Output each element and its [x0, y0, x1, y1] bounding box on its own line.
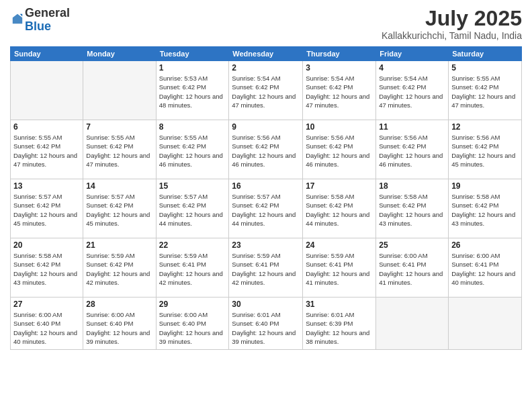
day-number: 7 — [86, 122, 152, 132]
day-info: Sunrise: 5:54 AM Sunset: 6:42 PM Dayligh… — [232, 74, 300, 109]
day-info: Sunrise: 5:59 AM Sunset: 6:42 PM Dayligh… — [86, 251, 152, 287]
table-row: 1Sunrise: 5:53 AM Sunset: 6:42 PM Daylig… — [156, 61, 229, 120]
day-number: 20 — [13, 240, 80, 250]
day-number: 29 — [159, 300, 226, 309]
col-wednesday: Wednesday — [229, 47, 303, 61]
day-info: Sunrise: 5:53 AM Sunset: 6:42 PM Dayligh… — [159, 74, 226, 109]
table-row: 26Sunrise: 6:00 AM Sunset: 6:41 PM Dayli… — [449, 238, 522, 298]
day-info: Sunrise: 6:00 AM Sunset: 6:40 PM Dayligh… — [159, 310, 226, 346]
day-info: Sunrise: 5:55 AM Sunset: 6:42 PM Dayligh… — [159, 133, 226, 169]
day-number: 9 — [232, 122, 300, 132]
day-number: 23 — [232, 240, 300, 250]
table-row: 6Sunrise: 5:55 AM Sunset: 6:42 PM Daylig… — [11, 120, 83, 179]
logo-text: General Blue — [25, 7, 70, 34]
table-row: 22Sunrise: 5:59 AM Sunset: 6:41 PM Dayli… — [156, 238, 229, 298]
table-row — [83, 61, 156, 120]
table-row: 9Sunrise: 5:56 AM Sunset: 6:42 PM Daylig… — [229, 120, 303, 179]
table-row: 30Sunrise: 6:01 AM Sunset: 6:40 PM Dayli… — [229, 298, 303, 350]
day-info: Sunrise: 5:55 AM Sunset: 6:42 PM Dayligh… — [86, 133, 152, 169]
subtitle: Kallakkurichchi, Tamil Nadu, India — [382, 30, 522, 41]
day-number: 18 — [379, 181, 445, 191]
logo-blue: Blue — [25, 19, 51, 33]
table-row: 31Sunrise: 6:01 AM Sunset: 6:39 PM Dayli… — [303, 298, 376, 350]
day-info: Sunrise: 5:56 AM Sunset: 6:42 PM Dayligh… — [451, 133, 519, 169]
table-row: 21Sunrise: 5:59 AM Sunset: 6:42 PM Dayli… — [83, 238, 156, 298]
day-info: Sunrise: 5:56 AM Sunset: 6:42 PM Dayligh… — [232, 133, 300, 169]
day-number: 15 — [159, 181, 226, 191]
table-row: 15Sunrise: 5:57 AM Sunset: 6:42 PM Dayli… — [156, 179, 229, 238]
table-row: 18Sunrise: 5:58 AM Sunset: 6:42 PM Dayli… — [376, 179, 449, 238]
table-row: 11Sunrise: 5:56 AM Sunset: 6:42 PM Dayli… — [376, 120, 449, 179]
table-row: 17Sunrise: 5:58 AM Sunset: 6:42 PM Dayli… — [303, 179, 376, 238]
table-row: 25Sunrise: 6:00 AM Sunset: 6:41 PM Dayli… — [376, 238, 449, 298]
logo: General Blue — [10, 7, 70, 34]
day-number: 1 — [159, 63, 226, 73]
day-number: 24 — [306, 240, 373, 250]
day-number: 14 — [86, 181, 152, 191]
day-number: 12 — [451, 122, 519, 132]
day-number: 28 — [86, 300, 152, 309]
day-info: Sunrise: 6:00 AM Sunset: 6:40 PM Dayligh… — [13, 310, 80, 346]
day-number: 4 — [379, 63, 445, 73]
day-info: Sunrise: 5:55 AM Sunset: 6:42 PM Dayligh… — [13, 133, 80, 169]
col-thursday: Thursday — [303, 47, 376, 61]
table-row: 10Sunrise: 5:56 AM Sunset: 6:42 PM Dayli… — [303, 120, 376, 179]
calendar-table: Sunday Monday Tuesday Wednesday Thursday… — [10, 46, 522, 350]
day-number: 27 — [13, 300, 80, 309]
day-number: 10 — [306, 122, 373, 132]
day-info: Sunrise: 6:00 AM Sunset: 6:41 PM Dayligh… — [451, 251, 519, 287]
col-monday: Monday — [83, 47, 156, 61]
col-saturday: Saturday — [449, 47, 522, 61]
table-row: 3Sunrise: 5:54 AM Sunset: 6:42 PM Daylig… — [303, 61, 376, 120]
day-info: Sunrise: 5:58 AM Sunset: 6:42 PM Dayligh… — [451, 192, 519, 228]
day-number: 22 — [159, 240, 226, 250]
table-row: 2Sunrise: 5:54 AM Sunset: 6:42 PM Daylig… — [229, 61, 303, 120]
table-row — [376, 298, 449, 350]
day-info: Sunrise: 5:58 AM Sunset: 6:42 PM Dayligh… — [306, 192, 373, 228]
day-info: Sunrise: 6:01 AM Sunset: 6:40 PM Dayligh… — [232, 310, 300, 346]
main-title: July 2025 — [382, 7, 522, 30]
day-number: 11 — [379, 122, 445, 132]
day-number: 13 — [13, 181, 80, 191]
day-info: Sunrise: 6:01 AM Sunset: 6:39 PM Dayligh… — [306, 310, 373, 346]
day-info: Sunrise: 5:54 AM Sunset: 6:42 PM Dayligh… — [379, 74, 445, 109]
day-info: Sunrise: 5:57 AM Sunset: 6:42 PM Dayligh… — [86, 192, 152, 228]
day-info: Sunrise: 5:54 AM Sunset: 6:42 PM Dayligh… — [306, 74, 373, 109]
table-row — [449, 298, 522, 350]
col-friday: Friday — [376, 47, 449, 61]
table-row: 24Sunrise: 5:59 AM Sunset: 6:41 PM Dayli… — [303, 238, 376, 298]
header: General Blue July 2025 Kallakkurichchi, … — [10, 7, 522, 41]
day-number: 2 — [232, 63, 300, 73]
table-row: 7Sunrise: 5:55 AM Sunset: 6:42 PM Daylig… — [83, 120, 156, 179]
day-number: 8 — [159, 122, 226, 132]
table-row: 5Sunrise: 5:55 AM Sunset: 6:42 PM Daylig… — [449, 61, 522, 120]
day-info: Sunrise: 5:56 AM Sunset: 6:42 PM Dayligh… — [379, 133, 445, 169]
day-info: Sunrise: 5:57 AM Sunset: 6:42 PM Dayligh… — [159, 192, 226, 228]
table-row: 13Sunrise: 5:57 AM Sunset: 6:42 PM Dayli… — [11, 179, 83, 238]
table-row: 14Sunrise: 5:57 AM Sunset: 6:42 PM Dayli… — [83, 179, 156, 238]
col-sunday: Sunday — [11, 47, 83, 61]
calendar-header-row: Sunday Monday Tuesday Wednesday Thursday… — [11, 47, 522, 61]
day-info: Sunrise: 5:57 AM Sunset: 6:42 PM Dayligh… — [232, 192, 300, 228]
day-info: Sunrise: 6:00 AM Sunset: 6:41 PM Dayligh… — [379, 251, 445, 287]
day-info: Sunrise: 5:59 AM Sunset: 6:41 PM Dayligh… — [159, 251, 226, 287]
day-info: Sunrise: 5:56 AM Sunset: 6:42 PM Dayligh… — [306, 133, 373, 169]
day-number: 17 — [306, 181, 373, 191]
logo-icon — [11, 13, 24, 25]
table-row: 29Sunrise: 6:00 AM Sunset: 6:40 PM Dayli… — [156, 298, 229, 350]
table-row: 12Sunrise: 5:56 AM Sunset: 6:42 PM Dayli… — [449, 120, 522, 179]
day-number: 5 — [451, 63, 519, 73]
col-tuesday: Tuesday — [156, 47, 229, 61]
day-number: 6 — [13, 122, 80, 132]
day-info: Sunrise: 5:55 AM Sunset: 6:42 PM Dayligh… — [451, 74, 519, 109]
day-number: 16 — [232, 181, 300, 191]
logo-general: General — [25, 6, 70, 19]
title-block: July 2025 Kallakkurichchi, Tamil Nadu, I… — [382, 7, 522, 41]
day-number: 25 — [379, 240, 445, 250]
table-row: 23Sunrise: 5:59 AM Sunset: 6:41 PM Dayli… — [229, 238, 303, 298]
day-number: 19 — [451, 181, 519, 191]
table-row: 28Sunrise: 6:00 AM Sunset: 6:40 PM Dayli… — [83, 298, 156, 350]
table-row: 8Sunrise: 5:55 AM Sunset: 6:42 PM Daylig… — [156, 120, 229, 179]
day-number: 21 — [86, 240, 152, 250]
day-info: Sunrise: 5:59 AM Sunset: 6:41 PM Dayligh… — [232, 251, 300, 287]
